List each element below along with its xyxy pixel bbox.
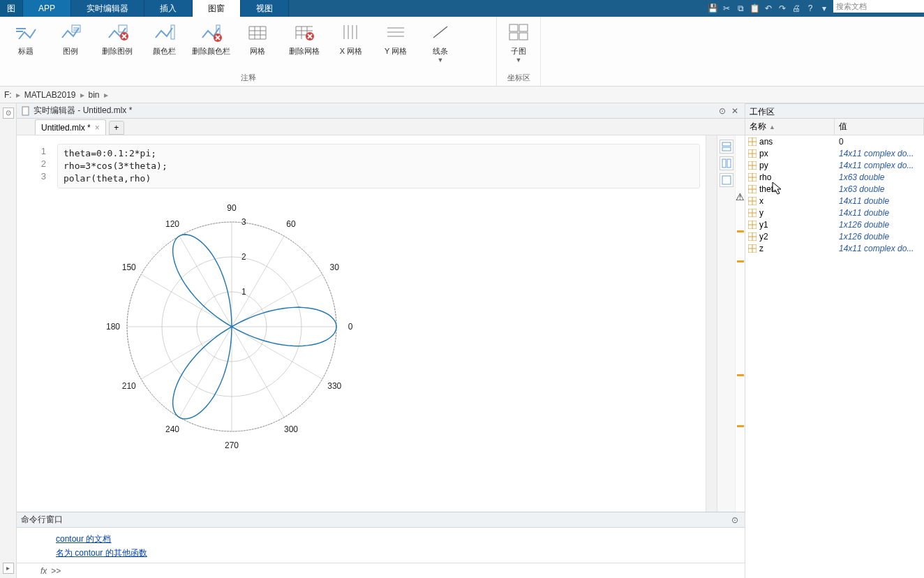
svg-text:120: 120 [165, 219, 179, 229]
variable-name: rho [759, 172, 771, 182]
workspace-variable-row[interactable]: x14x11 double [745, 195, 924, 207]
copy-icon[interactable]: ⧉ [734, 2, 747, 15]
warning-marker[interactable] [737, 230, 744, 232]
warning-marker[interactable] [737, 425, 744, 427]
svg-text:240: 240 [165, 424, 179, 434]
svg-text:330: 330 [327, 381, 341, 391]
paste-icon[interactable]: 📋 [748, 2, 761, 15]
variable-icon [748, 221, 757, 229]
expand-panel-icon[interactable]: ▸ [3, 563, 14, 574]
title-button[interactable]: 标题 [4, 18, 47, 57]
workspace-variable-row[interactable]: px14x11 complex do... [745, 147, 924, 159]
svg-line-50 [232, 274, 322, 327]
variable-value: 1x63 double [835, 172, 924, 182]
variable-icon [748, 185, 757, 193]
workspace-variable-row[interactable]: y14x11 double [745, 207, 924, 218]
workspace-variable-row[interactable]: rho1x63 double [745, 171, 924, 183]
close-icon[interactable]: ✕ [729, 105, 740, 117]
output-inline-icon[interactable] [720, 140, 733, 154]
variable-name: ans [759, 137, 773, 147]
variable-icon [748, 149, 757, 158]
code-block[interactable]: theta=0:0.1:2*pi; rho=3*cos(3*theta); po… [57, 144, 700, 188]
undo-icon[interactable]: ↶ [762, 2, 775, 15]
variable-icon [748, 138, 757, 146]
add-tab-button[interactable]: + [109, 121, 124, 135]
ygrid-icon [385, 21, 407, 43]
workspace-variable-row[interactable]: z14x11 complex do... [745, 242, 924, 254]
workspace-variable-row[interactable]: theta1x63 double [745, 183, 924, 195]
colorbar-icon [153, 21, 175, 43]
warning-icon[interactable]: ⚠ [736, 191, 745, 202]
variable-name: y [759, 208, 763, 218]
breadcrumb-seg[interactable]: bin [84, 90, 104, 100]
panel-options-icon[interactable]: ⊙ [729, 514, 740, 526]
ribbon-group-label: 坐标区 [497, 71, 540, 86]
workspace-col-name[interactable]: 名称▲ [745, 119, 835, 135]
variable-name: z [759, 244, 763, 253]
svg-rect-9 [171, 25, 174, 39]
remove-legend-button[interactable]: 删除图例 [94, 18, 141, 57]
code-area[interactable]: theta=0:0.1:2*pi; rho=3*cos(3*theta); po… [52, 135, 706, 512]
tab-plots[interactable]: 图 [0, 0, 23, 17]
workspace-variable-row[interactable]: py14x11 complex do... [745, 159, 924, 171]
tab-figure[interactable]: 图窗 [193, 0, 241, 17]
workspace-variable-row[interactable]: y11x126 double [745, 218, 924, 230]
help-icon[interactable]: ? [804, 2, 817, 15]
svg-text:3: 3 [241, 217, 246, 227]
remove-grid-button[interactable]: 删除网格 [281, 18, 328, 57]
workspace-panel: 工作区 名称▲ 值 ans0px14x11 complex do...py14x… [745, 103, 924, 578]
svg-rect-79 [722, 176, 731, 184]
svg-line-38 [433, 27, 447, 38]
toolstrip-tabs: 图 APP 实时编辑器 插入 图窗 视图 💾 ✂ ⧉ 📋 ↶ ↷ 🖨 ? ▾ 搜… [0, 0, 924, 17]
svg-line-56 [179, 236, 232, 327]
svg-rect-75 [722, 142, 731, 146]
warning-marker[interactable] [737, 374, 744, 376]
subplot-button[interactable]: 子图 ▼ [501, 18, 536, 64]
print-icon[interactable]: 🖨 [790, 2, 803, 15]
file-tab[interactable]: Untitled.mlx * × [35, 119, 106, 135]
xgrid-button[interactable]: X 网格 [329, 18, 373, 57]
command-prompt[interactable]: fx>> [17, 563, 745, 578]
save-icon[interactable]: 💾 [706, 2, 719, 15]
workspace-title: 工作区 [745, 103, 924, 119]
remove-grid-icon [293, 21, 315, 43]
minimize-panel-icon[interactable]: ⊙ [3, 108, 14, 119]
ygrid-button[interactable]: Y 网格 [374, 18, 417, 57]
line-button[interactable]: 线条 ▼ [419, 18, 462, 64]
tab-live-editor[interactable]: 实时编辑器 [71, 0, 144, 17]
remove-colorbar-button[interactable]: 删除颜色栏 [187, 18, 234, 57]
panel-options-icon[interactable]: ⊙ [717, 105, 728, 117]
tab-view[interactable]: 视图 [241, 0, 289, 17]
file-tab-label: Untitled.mlx * [41, 123, 91, 133]
workspace-variable-row[interactable]: y21x126 double [745, 230, 924, 242]
cut-icon[interactable]: ✂ [720, 2, 733, 15]
warning-marker[interactable] [737, 260, 744, 262]
hide-code-icon[interactable] [720, 173, 733, 187]
tab-app[interactable]: APP [23, 0, 71, 17]
svg-line-62 [141, 327, 232, 379]
output-right-icon[interactable] [720, 156, 733, 170]
redo-icon[interactable]: ↷ [776, 2, 789, 15]
colorbar-button[interactable]: 颜色栏 [142, 18, 186, 57]
breadcrumb-seg[interactable]: F: [0, 90, 16, 100]
current-folder-breadcrumb: F:▸ MATLAB2019▸ bin▸ [0, 87, 924, 103]
svg-text:300: 300 [284, 424, 298, 434]
breadcrumb-seg[interactable]: MATLAB2019 [20, 90, 80, 100]
editor-panel-header: 实时编辑器 - Untitled.mlx * ⊙ ✕ [17, 103, 745, 119]
dropdown-icon[interactable]: ▾ [818, 2, 830, 15]
remove-colorbar-icon [200, 21, 222, 43]
fx-icon[interactable]: fx [40, 566, 47, 576]
legend-button[interactable]: 图例 [49, 18, 92, 57]
grid-button[interactable]: 网格 [236, 18, 279, 57]
workspace-col-value[interactable]: 值 [835, 119, 924, 135]
doc-link[interactable]: 名为 contour 的其他函数 [56, 548, 147, 558]
doc-link[interactable]: contour 的文档 [56, 534, 111, 544]
workspace-variable-row[interactable]: ans0 [745, 135, 924, 147]
ribbon: 标题 图例 删除图例 颜色栏 删除颜色栏 网格 [0, 17, 924, 87]
tab-insert[interactable]: 插入 [144, 0, 193, 17]
search-docs-input[interactable]: 搜索文档 [833, 0, 924, 13]
editor-scrollbar[interactable] [706, 135, 717, 512]
close-tab-icon[interactable]: × [95, 123, 100, 133]
left-gutter: ⊙ ▸ [0, 103, 17, 578]
remove-legend-icon [106, 21, 128, 43]
